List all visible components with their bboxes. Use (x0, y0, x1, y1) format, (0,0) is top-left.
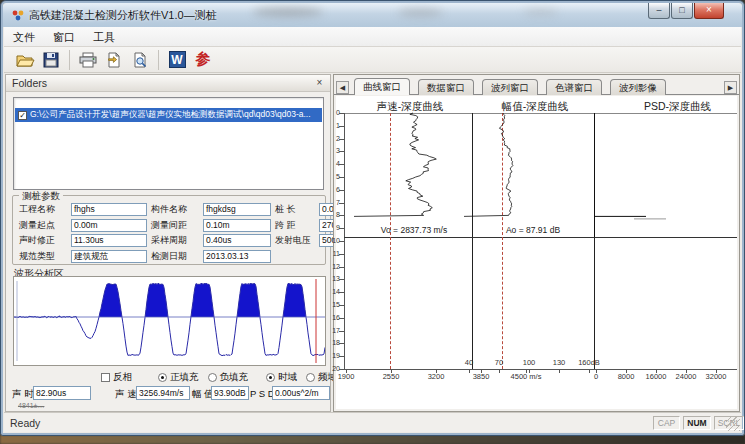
tab-scroll-left-icon[interactable]: ◀ (336, 81, 349, 94)
param-field-0[interactable]: fhghs (71, 203, 147, 216)
folders-panel: Folders × ✓G:\公司产品设计开发\超声仪器\超声仪实地检测数据调试\… (5, 74, 331, 412)
screenshot-stage: 高铁建混凝土检测分析软件V1.0—测桩 – □ × 文件窗口工具 (0, 0, 745, 444)
readout-label-0: 声 时 (12, 388, 34, 401)
display-domain-label-0: 时域 (278, 371, 297, 384)
chart-area: 声速-深度曲线幅值-深度曲线PSD-深度曲线012345678910111213… (336, 96, 737, 409)
resize-grip[interactable] (726, 417, 740, 431)
status-pane-num: NUM (683, 416, 711, 430)
app-logo-icon (12, 9, 26, 22)
param-label-0: 工程名称 (19, 203, 67, 216)
fill-mode: 正填充负填充 (158, 371, 254, 384)
folder-checkbox[interactable]: ✓ (18, 111, 27, 120)
display-domain-radio-0[interactable] (266, 373, 275, 382)
word-export-icon[interactable]: W (164, 49, 190, 71)
param-field-4[interactable]: 0.10m (203, 219, 271, 232)
menu-bar: 文件窗口工具 (4, 27, 741, 47)
tab-scroll-right-icon[interactable]: ▶ (724, 81, 737, 94)
waveform-outline (14, 283, 325, 355)
pile-params-grid: 工程名称fhghs构件名称fhgkdsg桩 长0.00m测量起点0.00m测量间… (19, 203, 346, 263)
glass-reflection (253, 7, 323, 17)
status-bar: Ready CAPNUMSCRL (4, 412, 741, 432)
readout-field-2[interactable]: 93.90dB (211, 386, 249, 400)
tab-4[interactable]: 波列影像 (610, 79, 666, 95)
invert-checkbox-group: 反相 (101, 371, 132, 384)
save-icon[interactable] (38, 49, 64, 71)
fill-mode-label-1: 负填充 (220, 371, 249, 384)
app-window: 高铁建混凝土检测分析软件V1.0—测桩 – □ × 文件窗口工具 (0, 0, 745, 436)
readout-field-1[interactable]: 3256.94m/s (136, 386, 190, 400)
param-label-2: 桩 长 (275, 203, 315, 216)
toolbar-separator (158, 50, 159, 70)
status-pane-cap: CAP (653, 416, 680, 430)
toolbar-separator (69, 50, 70, 70)
folder-path-text: G:\公司产品设计开发\超声仪器\超声仪实地检测数据调试\qd\qd03\qd0… (30, 109, 311, 121)
param-field-6[interactable]: 11.30us (71, 234, 147, 247)
print-icon[interactable] (75, 49, 101, 71)
fill-mode-radio-0[interactable] (158, 373, 167, 382)
desktop-background (0, 435, 745, 444)
toolbar: W 参 (4, 47, 741, 73)
param-label-7: 采样周期 (151, 234, 199, 247)
tab-0[interactable]: 曲线窗口 (354, 78, 410, 95)
menu-item-1[interactable]: 窗口 (44, 27, 84, 47)
display-domain: 时域频域 (266, 371, 343, 384)
close-button[interactable]: × (694, 3, 724, 19)
maximize-button[interactable]: □ (671, 3, 693, 19)
param-field-9[interactable]: 建筑规范 (71, 250, 147, 263)
readout-label-3: P S D (250, 388, 275, 399)
display-domain-radio-1[interactable] (306, 373, 315, 382)
fill-mode-radio-1[interactable] (208, 373, 217, 382)
depth-curves-svg (336, 96, 737, 386)
pile-params-title: 测桩参数 (19, 190, 63, 203)
glass-reflection (523, 8, 558, 16)
param-label-1: 构件名称 (151, 203, 199, 216)
param-label-9: 规范类型 (19, 250, 67, 263)
fill-mode-label-0: 正填充 (170, 371, 199, 384)
tab-1[interactable]: 数据窗口 (418, 79, 474, 95)
readouts-row: 声 时82.90us声 速3256.94m/s幅 值93.90dBP S D0.… (6, 386, 332, 401)
amplitude-depth-curve (464, 113, 513, 216)
title-bar[interactable]: 高铁建混凝土检测分析软件V1.0—测桩 – □ × (3, 3, 742, 27)
readout-field-3[interactable]: 0.00us^2/m (272, 386, 330, 400)
velocity-depth-curve (354, 113, 436, 216)
invert-label: 反相 (113, 371, 132, 384)
parameters-icon[interactable]: 参 (190, 49, 216, 71)
menu-item-2[interactable]: 工具 (84, 27, 124, 47)
folders-title: Folders (12, 77, 47, 89)
readout-label-1: 声 速 (115, 388, 137, 401)
window-title: 高铁建混凝土检测分析软件V1.0—测桩 (29, 8, 217, 23)
param-field-1[interactable]: fhgkdsg (203, 203, 271, 216)
param-field-7[interactable]: 0.40us (203, 234, 271, 247)
status-message: Ready (10, 417, 40, 429)
param-label-10: 检测日期 (151, 250, 199, 263)
export-icon[interactable] (101, 49, 127, 71)
minimize-button[interactable]: – (648, 3, 670, 19)
tab-2[interactable]: 波列窗口 (482, 79, 538, 95)
invert-checkbox[interactable] (101, 373, 110, 382)
pile-params-group: 测桩参数 工程名称fhghs构件名称fhgkdsg桩 长0.00m测量起点0.0… (12, 195, 326, 265)
tab-3[interactable]: 色谱窗口 (546, 79, 602, 95)
folder-list[interactable]: ✓G:\公司产品设计开发\超声仪器\超声仪实地检测数据调试\qd\qd03\qd… (13, 97, 324, 190)
open-file-icon[interactable] (12, 49, 38, 71)
folders-close-icon[interactable]: × (313, 77, 326, 90)
folders-caption-bar: Folders × (6, 75, 330, 92)
tab-strip: ◀ ▶ 曲线窗口数据窗口波列窗口色谱窗口波列影像 (334, 77, 739, 95)
print-preview-icon[interactable] (127, 49, 153, 71)
waveform-svg (14, 277, 325, 365)
param-field-10[interactable]: 2013.03.13 (203, 250, 271, 263)
curves-panel: ◀ ▶ 曲线窗口数据窗口波列窗口色谱窗口波列影像 声速-深度曲线幅值-深度曲线P… (333, 74, 740, 412)
param-field-3[interactable]: 0.00m (71, 219, 147, 232)
clipped-text: 4841±… (18, 402, 44, 409)
waveform-options-row: 反相正填充负填充时域频域 (6, 371, 332, 384)
waveform-plot[interactable] (13, 276, 326, 366)
param-label-3: 测量起点 (19, 219, 67, 232)
menu-item-0[interactable]: 文件 (4, 27, 44, 47)
param-label-4: 测量间距 (151, 219, 199, 232)
param-label-6: 声时修正 (19, 234, 67, 247)
glass-reflection (398, 8, 443, 17)
param-label-8: 发射电压 (275, 234, 315, 247)
waveform-positive-fill (14, 283, 325, 317)
param-label-5: 跨 距 (275, 219, 315, 232)
folder-list-item[interactable]: ✓G:\公司产品设计开发\超声仪器\超声仪实地检测数据调试\qd\qd03\qd… (15, 108, 322, 122)
readout-field-0[interactable]: 82.90us (33, 386, 91, 400)
